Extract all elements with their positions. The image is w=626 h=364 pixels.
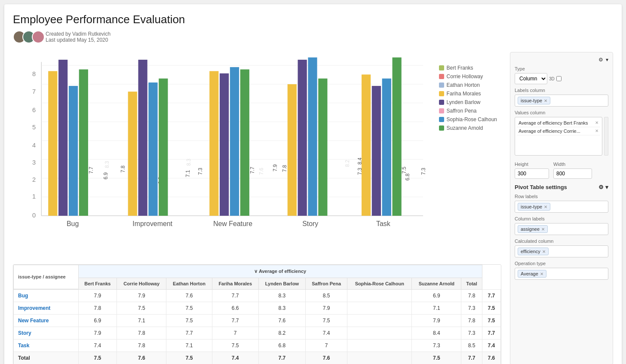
col-header-5: Saffron Pena	[306, 278, 347, 289]
svg-text:6.8: 6.8	[405, 173, 411, 180]
created-by: Created by Vadim Rutkevich	[46, 31, 110, 37]
col-header-0: Bert Franks	[78, 278, 117, 289]
values-col-label: Values column	[515, 110, 608, 115]
legend-color	[439, 117, 444, 122]
svg-rect-20	[48, 71, 57, 216]
value-1-remove[interactable]: ✕	[595, 120, 598, 125]
labels-col-row: issue-type ✕	[515, 95, 608, 107]
op-type-input[interactable]: Average ✕	[515, 268, 608, 280]
values-scroll[interactable]: Average of efficiency Bert Franks ✕ Aver…	[515, 117, 602, 156]
cell-2-2: 7.5	[166, 315, 212, 327]
svg-text:4: 4	[32, 142, 36, 149]
type-select[interactable]: Column	[515, 73, 547, 84]
col-header-2: Eathan Horton	[166, 278, 212, 289]
total-row-label: Total	[14, 352, 79, 364]
total-cell-0: 7.5	[78, 352, 117, 364]
cell-2-6	[347, 315, 412, 327]
legend-label: Suzanne Arnold	[447, 125, 483, 131]
legend-item: Fariha Morales	[439, 91, 497, 97]
cell-0-3: 7.7	[212, 289, 258, 302]
legend-label: Sophia-Rose Calhoun	[447, 116, 497, 122]
svg-text:7.7: 7.7	[249, 166, 255, 174]
svg-text:7.3: 7.3	[197, 168, 203, 175]
legend-item: Bert Franks	[439, 65, 497, 71]
cell-3-8: 7.3	[461, 327, 482, 340]
row-labels-input[interactable]: issue-type ✕	[515, 201, 608, 213]
gear-icon[interactable]: ⚙	[598, 57, 603, 63]
height-input[interactable]	[515, 168, 549, 179]
height-section: Height	[515, 158, 549, 179]
svg-text:0: 0	[32, 212, 36, 219]
legend-color	[439, 100, 444, 105]
cell-4-6	[347, 340, 412, 352]
issue-type-tag: issue-type ✕	[518, 97, 550, 104]
cell-3-7: 8.4	[412, 327, 461, 340]
cell-1-5: 7.9	[306, 302, 347, 315]
svg-text:7.7: 7.7	[88, 166, 94, 174]
svg-text:Task: Task	[376, 220, 390, 227]
value-2-remove[interactable]: ✕	[595, 128, 598, 133]
cell-1-3: 6.6	[212, 302, 258, 315]
col-labels-tag-remove[interactable]: ✕	[541, 227, 545, 232]
op-type-tag-remove[interactable]: ✕	[540, 272, 543, 276]
col-header-1: Corrie Holloway	[117, 278, 166, 289]
row-total-1: 7.5	[482, 302, 500, 315]
3d-label: 3D	[549, 76, 555, 81]
svg-text:8.3: 8.3	[104, 161, 110, 168]
svg-rect-26	[79, 69, 88, 216]
svg-rect-38	[209, 71, 218, 216]
svg-text:1: 1	[32, 193, 36, 200]
svg-text:8.3: 8.3	[186, 159, 192, 166]
svg-text:7.1: 7.1	[185, 170, 191, 177]
calc-col-tag-remove[interactable]: ✕	[542, 249, 546, 254]
labels-col-input[interactable]: issue-type ✕	[515, 95, 608, 107]
cell-1-1: 7.5	[117, 302, 166, 315]
cell-1-8: 7.3	[461, 302, 482, 315]
calc-col-tag: efficiency ✕	[518, 248, 549, 255]
col-labels-input[interactable]: assignee ✕	[515, 223, 608, 235]
page-title: Employee Performance Evaluation	[13, 13, 613, 26]
svg-text:2: 2	[32, 176, 36, 183]
values-scrollbar[interactable]	[604, 117, 608, 156]
cell-2-7: 7.9	[412, 315, 461, 327]
cell-1-7: 7.1	[412, 302, 461, 315]
chevron-down-icon[interactable]: ▾	[606, 57, 608, 63]
legend-label: Fariha Morales	[447, 91, 481, 97]
row-labels-tag-remove[interactable]: ✕	[544, 205, 547, 209]
meta-section: Created by Vadim Rutkevich Last updated …	[13, 31, 613, 43]
settings-gear-icon[interactable]: ⚙	[598, 184, 604, 190]
legend-item: Eathan Horton	[439, 82, 497, 88]
legend-item: Lynden Barlow	[439, 99, 497, 105]
svg-rect-58	[372, 86, 381, 216]
calc-col-input[interactable]: efficiency ✕	[515, 245, 608, 257]
calc-col-section-label: Calculated column	[515, 239, 608, 244]
cell-4-2: 7.1	[166, 340, 212, 352]
bar-chart: 0 1 2 3 4	[13, 56, 435, 250]
cell-0-4: 8.3	[258, 289, 305, 302]
cell-0-0: 7.9	[78, 289, 117, 302]
settings-chevron-icon[interactable]: ▾	[605, 184, 608, 190]
width-input[interactable]	[553, 168, 592, 179]
svg-text:7.9: 7.9	[272, 164, 278, 171]
row-label-2: New Feature	[14, 315, 79, 327]
svg-text:5: 5	[32, 124, 36, 131]
svg-rect-31	[138, 60, 147, 216]
col-header-8: Total	[461, 278, 482, 289]
svg-rect-56	[362, 74, 371, 216]
cell-3-5: 7.4	[306, 327, 347, 340]
legend-color	[439, 65, 444, 70]
row-label-1: Improvement	[14, 302, 79, 315]
svg-rect-33	[148, 83, 157, 216]
cell-1-2: 7.5	[166, 302, 212, 315]
total-row: Total7.57.67.57.47.77.67.57.77.6	[14, 352, 501, 364]
cell-2-0: 6.9	[78, 315, 117, 327]
row-total-3: 7.7	[482, 327, 500, 340]
svg-rect-62	[393, 58, 402, 216]
issue-type-tag-remove[interactable]: ✕	[544, 98, 547, 103]
3d-checkbox[interactable]	[556, 76, 562, 81]
svg-rect-44	[240, 69, 249, 216]
grand-total: 7.6	[482, 352, 500, 364]
type-row: Column 3D	[515, 73, 608, 84]
svg-rect-40	[220, 73, 229, 216]
table-row: Task7.47.87.17.56.877.38.57.4	[14, 340, 501, 352]
